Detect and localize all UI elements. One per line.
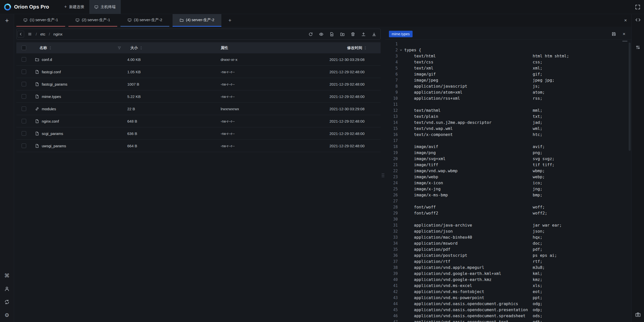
file-name[interactable]: scgi_params	[42, 131, 63, 136]
code-line: 29 font/woff2 woff2;	[385, 210, 631, 216]
minimap-slider[interactable]	[622, 41, 627, 42]
row-checkbox[interactable]	[22, 131, 26, 136]
settings-gear-icon[interactable]: ⚙	[5, 312, 9, 318]
fullscreen-icon[interactable]	[635, 4, 640, 10]
table-row[interactable]: fastcgi.conf 1.05 KB -rw-r--r-- 2021-12-…	[16, 66, 381, 78]
column-header-mtime[interactable]: 修改时间	[347, 46, 362, 50]
list-icon[interactable]	[28, 32, 32, 36]
line-number: 1	[385, 41, 398, 47]
code-line: 7 image/jpeg jpeg jpg;	[385, 77, 631, 83]
sync-icon[interactable]	[4, 299, 10, 305]
row-checkbox[interactable]	[22, 94, 26, 99]
sort-icon[interactable]	[140, 46, 142, 50]
row-checkbox[interactable]	[22, 69, 26, 74]
back-button[interactable]	[17, 31, 24, 38]
file-name[interactable]: mime.types	[42, 94, 61, 99]
new-tab-button[interactable]: +	[225, 14, 235, 27]
close-all-icon[interactable]: ×	[624, 18, 627, 23]
file-toolbar: / etc / nginx	[16, 29, 381, 40]
file-name[interactable]: uwsgi_params	[42, 144, 66, 148]
new-file-icon[interactable]	[330, 32, 334, 37]
file-name[interactable]: modules	[42, 107, 56, 111]
sort-icon[interactable]	[49, 46, 52, 50]
table-row[interactable]: modules 22 B lrwxrwxrwx 2021-12-30 03:29…	[16, 103, 381, 115]
row-checkbox[interactable]	[22, 144, 26, 148]
row-checkbox[interactable]	[22, 106, 26, 111]
editor-file-tab[interactable]: mime.types	[389, 31, 413, 37]
line-number: 10	[385, 95, 398, 101]
preview-eye-icon[interactable]	[319, 32, 324, 37]
command-icon[interactable]: ⌘	[4, 273, 10, 278]
user-icon[interactable]	[4, 286, 10, 292]
select-all-checkbox[interactable]	[22, 46, 26, 50]
file-name[interactable]: conf.d	[42, 57, 52, 62]
column-header-size[interactable]: 大小	[130, 46, 138, 50]
code-icon[interactable]	[635, 17, 641, 23]
code-text: application/vnd.oasis.opendocument.sprea…	[404, 313, 542, 319]
terminal-tab[interactable]: (1) server-生产-1	[16, 14, 65, 27]
column-header-attr: 属性	[221, 46, 228, 50]
filter-funnel-icon[interactable]	[117, 46, 121, 50]
code-line: 11	[385, 101, 631, 108]
table-row[interactable]: nginx.conf 648 B -rw-r--r-- 2021-12-29 0…	[16, 115, 381, 127]
code-line: 4 text/css css;	[385, 59, 631, 65]
terminal-tab[interactable]: (3) server-生产-2	[120, 14, 169, 27]
code-text: image/gif gif;	[404, 71, 542, 77]
save-icon[interactable]	[612, 32, 616, 36]
code-line: 33 application/mac-binhex40 hqx;	[385, 234, 631, 240]
editor-scrollbar[interactable]	[629, 43, 631, 151]
line-number: 30	[385, 216, 398, 222]
row-checkbox[interactable]	[22, 82, 26, 86]
code-text: application/postscript ps eps ai;	[404, 253, 557, 259]
code-editor[interactable]: 1 2 types { 3 text/html	[385, 40, 631, 322]
delete-trash-icon[interactable]	[351, 32, 355, 37]
new-folder-icon[interactable]	[340, 32, 345, 37]
code-line: 27	[385, 198, 631, 204]
row-checkbox[interactable]	[22, 119, 26, 123]
code-text: application/vnd.ms-powerpoint ppt;	[404, 295, 542, 301]
table-row[interactable]: scgi_params 636 B -rw-r--r-- 2021-12-29 …	[16, 127, 381, 140]
close-editor-icon[interactable]: ×	[623, 31, 625, 37]
refresh-icon[interactable]	[308, 32, 313, 37]
column-header-name[interactable]: 名称	[39, 46, 47, 50]
file-name[interactable]: nginx.conf	[42, 119, 59, 123]
file-attr: -rw-r--r--	[218, 131, 322, 136]
code-line: 34 application/msword doc;	[385, 240, 631, 246]
code-line: 24 image/x-icon ico;	[385, 180, 631, 186]
file-name[interactable]: fastcgi.conf	[42, 70, 61, 74]
breadcrumb-item[interactable]: etc	[40, 32, 45, 36]
table-row[interactable]: fastcgi_params 1007 B -rw-r--r-- 2021-12…	[16, 78, 381, 90]
terminal-tabbar: (1) server-生产-1 (2) server-生产-1	[14, 14, 631, 27]
line-number: 35	[385, 246, 398, 253]
line-number: 27	[385, 198, 398, 204]
terminal-tab[interactable]: (2) server-生产-1	[68, 14, 117, 27]
code-text: application/json json;	[404, 228, 545, 234]
terminal-tab[interactable]: (4) server-生产-2	[173, 14, 221, 27]
line-number: 13	[385, 114, 398, 120]
terminal-icon	[128, 18, 132, 22]
terminal-icon	[94, 5, 98, 9]
table-row[interactable]: mime.types 5.22 KB -rw-r--r-- 2021-12-29…	[16, 90, 381, 103]
fold-icon[interactable]	[398, 47, 404, 53]
table-row[interactable]: conf.d 4.00 KB drwxr-xr-x 2021-12-30 03:…	[16, 53, 381, 66]
line-number: 23	[385, 174, 398, 180]
code-text: application/rtf rtf;	[404, 259, 542, 265]
download-icon[interactable]	[372, 32, 376, 37]
upload-icon[interactable]	[361, 32, 366, 37]
row-checkbox[interactable]	[22, 57, 26, 62]
table-row[interactable]: uwsgi_params 664 B -rw-r--r-- 2021-12-29…	[16, 140, 381, 152]
swap-sort-icon[interactable]	[635, 45, 640, 50]
panel-splitter[interactable]	[381, 29, 385, 322]
file-name[interactable]: fastcgi_params	[42, 82, 67, 86]
code-text: application/atom+xml atom;	[404, 89, 545, 95]
code-line: 16 text/x-component htc;	[385, 132, 631, 138]
right-strip	[631, 14, 644, 322]
menu-item-new-connection[interactable]: + 新建连接	[59, 0, 89, 14]
sort-icon[interactable]	[364, 46, 367, 50]
code-line: 25 image/x-jng jng;	[385, 186, 631, 192]
menu-item-host-terminal[interactable]: 主机终端	[89, 0, 121, 14]
code-text: image/tiff tif tiff;	[404, 162, 554, 168]
screenshot-camera-icon[interactable]	[635, 312, 641, 317]
add-icon[interactable]: +	[5, 17, 9, 24]
breadcrumb-item[interactable]: nginx	[53, 32, 62, 36]
